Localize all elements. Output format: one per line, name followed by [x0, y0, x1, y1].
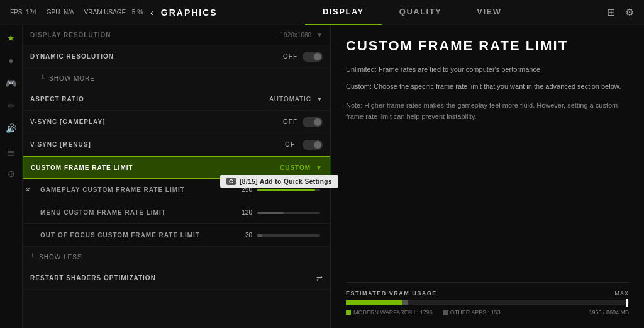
tooltip-bubble: C [8/15] Add to Quick Settings [220, 175, 331, 188]
aspect-ratio-value: AUTOMATIC [269, 96, 311, 103]
info-note: Note: Higher frame rates makes the gamep… [346, 100, 629, 122]
vsync-menus-toggle[interactable] [303, 140, 323, 150]
menu-fps-slider[interactable]: 120 [235, 209, 323, 216]
focus-fps-fill [257, 234, 262, 237]
vram-section: ESTIMATED VRAM USAGE MAX MODERN WARFARE®… [346, 282, 629, 315]
sidebar-icon-network[interactable]: ⊕ [8, 169, 15, 179]
tab-display[interactable]: DISPLAY [305, 0, 382, 25]
show-less-label: SHOW LESS [39, 254, 82, 261]
menu-fps-row: MENU CUSTOM FRAME RATE LIMIT 120 [23, 201, 330, 224]
tab-view[interactable]: VIEW [459, 0, 519, 25]
page-title: GRAPHICS [161, 8, 218, 18]
show-less-row[interactable]: └ SHOW LESS [23, 247, 330, 267]
focus-fps-row: OUT OF FOCUS CUSTOM FRAME RATE LIMIT 30 [23, 224, 330, 247]
unlimited-desc: Frame rates are tied to your computer's … [379, 65, 542, 73]
dynamic-resolution-toggle[interactable] [303, 52, 323, 62]
aspect-ratio-label: ASPECT RATIO [30, 96, 269, 103]
gameplay-fps-label: GAMEPLAY CUSTOM FRAME RATE LIMIT [40, 186, 235, 193]
nav-tabs: DISPLAY QUALITY VIEW [305, 0, 519, 25]
restart-icon[interactable]: ⇄ [316, 274, 323, 283]
sidebar-icon-star[interactable]: ★ [7, 33, 15, 43]
sidebar-icon-dot[interactable]: ● [8, 55, 13, 65]
custom-label: Custom: [346, 82, 372, 90]
focus-fps-value: 30 [235, 232, 252, 239]
menu-fps-label: MENU CUSTOM FRAME RATE LIMIT [40, 209, 235, 216]
display-res-dropdown-arrow[interactable]: ▼ [316, 31, 323, 38]
vsync-gameplay-value: OFF [260, 118, 297, 125]
focus-fps-slider[interactable]: 30 [235, 232, 323, 239]
gameplay-fps-bar[interactable] [257, 189, 320, 191]
vram-mw-legend: MODERN WARFARE® II: 1796 [346, 309, 433, 315]
custom-frame-rate-dropdown-arrow[interactable]: ▼ [316, 164, 322, 171]
dynamic-resolution-label: DYNAMIC RESOLUTION [30, 53, 260, 60]
sidebar-icon-list[interactable]: ▤ [7, 146, 15, 156]
toggle-knob [314, 53, 321, 60]
l-icon: └ [40, 75, 45, 82]
vram-other-legend: OTHER APPS : 153 [443, 309, 501, 315]
vsync-gameplay-row: V-SYNC [GAMEPLAY] OFF [23, 111, 330, 133]
sidebar: ★ ● 🎮 ✏ 🔊 ▤ ⊕ [0, 25, 23, 328]
focus-fps-label: OUT OF FOCUS CUSTOM FRAME RATE LIMIT [40, 232, 235, 239]
info-title: CUSTOM FRAME RATE LIMIT [346, 38, 629, 54]
vram-usage-label: VRAM USAGE: 5 % [84, 9, 143, 16]
gameplay-fps-close[interactable]: ✕ [25, 186, 30, 193]
vram-other-dot [443, 310, 448, 315]
vram-footer: MODERN WARFARE® II: 1796 OTHER APPS : 15… [346, 309, 629, 315]
vsync-gameplay-toggle[interactable] [303, 117, 323, 127]
vram-bar-marker [626, 299, 628, 307]
settings-panel: DISPLAY RESOLUTION 1920x1080 ▼ DYNAMIC R… [23, 25, 331, 328]
vram-header: ESTIMATED VRAM USAGE MAX [346, 290, 629, 297]
fps-value: FPS: 124 [10, 9, 36, 16]
toggle-knob [314, 118, 321, 126]
sidebar-icon-audio[interactable]: 🔊 [6, 123, 16, 133]
aspect-ratio-row: ASPECT RATIO AUTOMATIC ▼ [23, 88, 330, 111]
vsync-menus-value: OF [257, 141, 295, 148]
vsync-menus-label: V-SYNC [MENUS] [30, 141, 257, 148]
unlimited-text: Unlimited: Frame rates are tied to your … [346, 64, 629, 75]
vram-legend: MODERN WARFARE® II: 1796 OTHER APPS : 15… [346, 309, 501, 315]
gpu-value: GPU: N/A [47, 9, 74, 16]
focus-fps-bar[interactable] [257, 234, 320, 237]
display-resolution-value: 1920x1080 [280, 31, 312, 38]
fps-info: FPS: 124 GPU: N/A VRAM USAGE: 5 % [10, 9, 143, 16]
display-resolution-label: DISPLAY RESOLUTION [30, 31, 280, 38]
vram-total: 1955 / 8604 MB [589, 309, 629, 315]
back-button[interactable]: ‹ [150, 8, 153, 18]
vsync-gameplay-label: V-SYNC [GAMEPLAY] [30, 118, 260, 125]
menu-fps-fill [257, 212, 284, 214]
restart-shaders-row: RESTART SHADERS OPTIMIZATION ⇄ [23, 267, 330, 290]
vsync-menus-row: V-SYNC [MENUS] OF C [8/15] Add to Quick … [23, 133, 330, 156]
gameplay-fps-fill [257, 189, 315, 191]
show-more-row[interactable]: └ SHOW MORE [23, 68, 330, 88]
display-resolution-row: DISPLAY RESOLUTION 1920x1080 ▼ [23, 25, 330, 45]
sidebar-icon-edit[interactable]: ✏ [8, 101, 15, 111]
unlimited-label: Unlimited: [346, 65, 377, 73]
vram-max: MAX [614, 290, 629, 297]
vram-bar-track [346, 300, 629, 305]
grid-icon[interactable]: ⊞ [607, 6, 615, 18]
restart-shaders-label: RESTART SHADERS OPTIMIZATION [30, 274, 316, 281]
aspect-ratio-dropdown-arrow[interactable]: ▼ [316, 96, 323, 103]
custom-text: Custom: Choose the specific frame rate l… [346, 81, 629, 92]
tab-quality[interactable]: QUALITY [382, 0, 460, 25]
dynamic-resolution-value: OFF [260, 53, 297, 60]
vram-mw-label: MODERN WARFARE® II: 1796 [353, 309, 433, 315]
custom-frame-rate-label: CUSTOM FRAME RATE LIMIT [31, 164, 280, 171]
sidebar-icon-controller[interactable]: 🎮 [6, 78, 16, 88]
vram-bar-other [402, 300, 408, 305]
tooltip-text: [8/15] Add to Quick Settings [240, 178, 331, 185]
show-more-label: SHOW MORE [49, 75, 95, 82]
top-bar-left: FPS: 124 GPU: N/A VRAM USAGE: 5 % ‹ GRAP… [10, 8, 218, 18]
vram-mw-dot [346, 310, 351, 315]
top-bar: FPS: 124 GPU: N/A VRAM USAGE: 5 % ‹ GRAP… [0, 0, 644, 25]
tooltip-badge: C [226, 178, 236, 185]
vram-other-label: OTHER APPS : 153 [450, 309, 501, 315]
gear-icon[interactable]: ⚙ [625, 6, 634, 18]
toggle-knob [314, 141, 321, 149]
vram-bar-mw [346, 300, 402, 305]
info-panel: CUSTOM FRAME RATE LIMIT Unlimited: Frame… [331, 25, 644, 328]
dynamic-resolution-row: DYNAMIC RESOLUTION OFF [23, 45, 330, 68]
menu-fps-value: 120 [235, 209, 252, 216]
main-layout: ★ ● 🎮 ✏ 🔊 ▤ ⊕ DISPLAY RESOLUTION 1920x10… [0, 25, 644, 328]
menu-fps-bar[interactable] [257, 212, 320, 214]
